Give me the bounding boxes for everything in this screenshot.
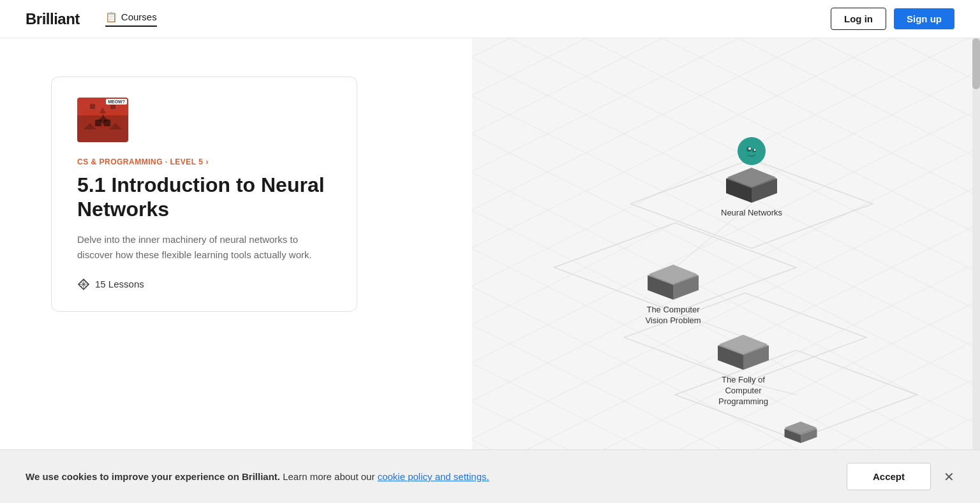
diamond-icon [77, 278, 90, 291]
scrollbar[interactable] [972, 38, 980, 503]
header-right: Log in Sign up [831, 8, 954, 30]
course-art: MEOW? ✦ [77, 98, 128, 142]
main-content: MEOW? ✦ [0, 38, 980, 503]
course-category[interactable]: CS & PROGRAMMING · LEVEL 5 › [77, 157, 331, 166]
category-text: CS & PROGRAMMING · LEVEL 5 [77, 157, 203, 166]
svg-point-26 [754, 149, 756, 151]
close-cookie-button[interactable]: ✕ [944, 469, 954, 485]
course-title: 5.1 Introduction to Neural Networks [77, 173, 331, 222]
user-avatar [738, 137, 766, 165]
cookie-bold-text: We use cookies to improve your experienc… [26, 471, 280, 482]
accept-button[interactable]: Accept [847, 463, 931, 490]
category-arrow: › [205, 157, 209, 166]
svg-marker-7 [109, 123, 122, 129]
course-map: Neural Networks The Computer Vision Prob… [472, 38, 980, 503]
node-folly-programming[interactable]: The Folly of Computer Programming [711, 335, 775, 407]
neural-networks-block [723, 168, 780, 203]
course-description: Delve into the inner machinery of neural… [77, 232, 331, 263]
course-card: MEOW? ✦ [51, 77, 357, 312]
svg-rect-0 [90, 104, 95, 109]
isometric-grid [472, 38, 980, 503]
cookie-text: We use cookies to improve your experienc… [26, 471, 489, 482]
computer-vision-block [644, 265, 702, 300]
courses-book-icon: 📋 [105, 11, 117, 23]
svg-rect-14 [472, 38, 980, 503]
node-neural-networks[interactable]: Neural Networks [721, 137, 782, 219]
header-left: Brilliant 📋 Courses [26, 10, 157, 28]
scrollbar-thumb[interactable] [972, 38, 980, 89]
cookie-policy-link[interactable]: cookie policy and settings. [378, 471, 489, 482]
neural-networks-label: Neural Networks [721, 208, 782, 219]
svg-marker-6 [84, 123, 96, 129]
meow-badge: MEOW? [106, 99, 127, 105]
folly-programming-block [715, 335, 772, 370]
cookie-banner: We use cookies to improve your experienc… [0, 449, 980, 503]
course-lessons: 15 Lessons [77, 278, 331, 291]
nav-courses-button[interactable]: 📋 Courses [105, 11, 157, 27]
computer-vision-label: The Computer Vision Problem [641, 305, 705, 326]
signup-button[interactable]: Sign up [894, 8, 954, 29]
pixel-star-icon: ✦ [96, 110, 110, 131]
cookie-plain-text: Learn more about our [283, 471, 377, 482]
next-node-block [775, 421, 826, 443]
course-thumbnail: MEOW? ✦ [77, 98, 128, 142]
login-button[interactable]: Log in [831, 8, 886, 30]
node-computer-vision[interactable]: The Computer Vision Problem [641, 265, 705, 326]
svg-rect-1 [110, 104, 115, 109]
logo: Brilliant [26, 10, 80, 28]
left-panel: MEOW? ✦ [0, 38, 472, 503]
cookie-actions: Accept ✕ [847, 463, 954, 490]
svg-point-22 [740, 140, 763, 163]
courses-label: Courses [121, 11, 157, 22]
svg-point-25 [748, 147, 751, 150]
header: Brilliant 📋 Courses Log in Sign up [0, 0, 980, 38]
avatar-face [740, 140, 763, 163]
node-next[interactable] [775, 421, 826, 443]
lessons-count: 15 Lessons [95, 279, 144, 289]
folly-programming-label: The Folly of Computer Programming [711, 375, 775, 407]
